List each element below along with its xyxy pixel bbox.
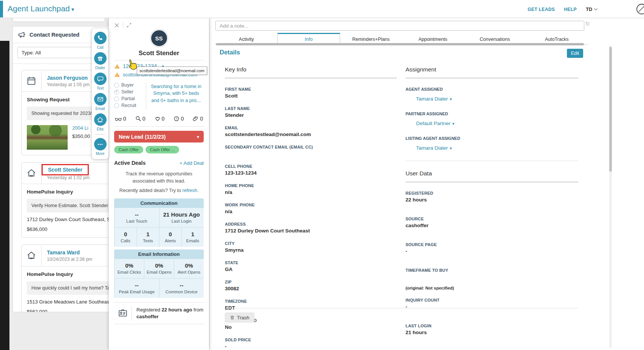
close-icon[interactable] [114, 23, 119, 28]
field-value: Smyrna [225, 247, 397, 253]
stat-item[interactable]: ? 0 [173, 116, 184, 122]
property-link[interactable]: 2004 Li [72, 125, 90, 131]
note-input[interactable] [215, 21, 584, 31]
tab[interactable]: AutoTracks [526, 33, 588, 44]
trash-button[interactable]: Trash [225, 313, 254, 322]
refresh-link[interactable]: refresh. [182, 188, 198, 193]
field-label: HOME PHONE [225, 183, 397, 188]
assignment-dropdown[interactable]: Tamara Dialer▾ [416, 96, 578, 102]
radio-icon[interactable] [114, 90, 119, 94]
help-link[interactable]: HELP [564, 7, 577, 12]
edit-button[interactable]: Edit [567, 49, 583, 58]
field-value: No [225, 324, 397, 330]
stat-item[interactable]: 0 [115, 116, 126, 122]
tab[interactable]: Activity [215, 33, 277, 44]
communication-box: Communication -- Last Touch 21 Hours Ago… [114, 198, 204, 247]
vertical-scrollbar[interactable] [609, 45, 612, 348]
action-rail-item[interactable]: More [92, 134, 108, 156]
action-rail-item[interactable]: Call [92, 32, 108, 50]
stat-cell: 0% Email Opens [144, 259, 174, 278]
profile-avatar-icon[interactable] [636, 3, 644, 15]
field-value: 22 hours [406, 197, 578, 203]
stat-cell: 21 Hours Ago Last Login [159, 208, 204, 227]
field-label: SECONDARY CONTACT EMAIL (EMAIL CC) [225, 145, 397, 149]
app-title-menu[interactable]: Agent Launchpad▾ [8, 4, 74, 13]
contact-type-radio[interactable]: Buyer [114, 82, 146, 88]
tag-pill[interactable]: Cash Offer ... [146, 146, 179, 153]
contact-type-radio[interactable]: Partial [114, 96, 146, 101]
radio-icon[interactable] [114, 83, 119, 88]
field-label: REGISTERED [406, 191, 578, 195]
contact-type-radio[interactable]: Recruit [114, 103, 146, 108]
assignment-dropdown[interactable]: Default Partner▾ [416, 121, 578, 126]
lead-stage-dropdown[interactable]: New Lead (11/2/23) ▾ [114, 131, 204, 142]
lead-name-link[interactable]: Tamara Ward [47, 249, 118, 256]
lead-message: How quickly could I sell my home? Tama [27, 281, 115, 295]
lead-card-head-text: Tamara Ward 10/24/2023 at 2:36 pm [41, 246, 118, 265]
stat-cell: 1 Texts [136, 228, 159, 247]
action-rail-item[interactable]: Dialer [92, 52, 108, 70]
action-label: Email [95, 107, 105, 111]
stat-item[interactable]: 0 [135, 116, 146, 122]
field-label: AGENT ASSIGNED [406, 87, 578, 91]
action-icon[interactable] [94, 73, 107, 85]
type-filter-value: Type: All [22, 50, 41, 56]
field-label: LAST NAME [225, 106, 397, 111]
tag-pill[interactable]: Cash Offer [114, 146, 143, 153]
tab[interactable]: Appointments [402, 33, 464, 44]
stat-value: 0 [123, 116, 126, 122]
action-icon[interactable] [94, 113, 107, 126]
etta-house-icon [22, 168, 41, 178]
add-deal-link[interactable]: + Add Deal [180, 160, 204, 166]
property-photo[interactable] [27, 125, 68, 150]
action-rail-item[interactable]: Email [92, 93, 108, 111]
registered-source: cashoffer [136, 314, 159, 319]
tab-label: Conversations [480, 37, 510, 42]
field: SOURCE cashoffer [406, 217, 578, 235]
field-value: - [406, 304, 578, 310]
field: REGISTERED 22 hours [406, 191, 578, 209]
assignment-value: Tamara Dialer [416, 96, 448, 102]
stat-item[interactable]: 0 [193, 116, 203, 122]
get-leads-link[interactable]: GET LEADS [528, 7, 555, 12]
app-title-label: Agent Launchpad [8, 4, 70, 13]
action-rail-item[interactable]: Text [92, 73, 108, 90]
stat-cell-value: -- [160, 282, 203, 288]
field-label: CELL PHONE [225, 164, 397, 169]
action-rail-item[interactable]: Etta [92, 113, 108, 131]
key-info-section: Key Info FIRST NAME Scott LAST NAME Sten… [225, 66, 397, 350]
assignment-dropdown[interactable]: Tamara Dialer▾ [416, 145, 578, 151]
property-meta: 2004 Li $350,00 [72, 125, 90, 150]
communication-top-row: -- Last Touch 21 Hours Ago Last Login [114, 208, 204, 227]
resize-grip-icon[interactable] [586, 22, 590, 26]
details-panel: Activity Info Reminders+Plans Appointmen… [210, 18, 644, 350]
stat-item[interactable]: 0 [155, 116, 165, 122]
tab[interactable]: Conversations [464, 33, 526, 44]
radio-icon[interactable] [114, 96, 119, 101]
search-summary-link[interactable]: Searching for a home in Smyrna, with 5+ … [146, 82, 204, 110]
stat-cell: 0 Calls [114, 228, 136, 247]
action-icon[interactable] [94, 32, 107, 44]
scrollbar-thumb[interactable] [609, 47, 612, 172]
action-icon[interactable] [94, 52, 107, 65]
field: LAST NAME Stender [225, 106, 397, 118]
action-icon[interactable] [94, 93, 107, 105]
radio-icon[interactable] [114, 103, 119, 108]
horizontal-scrollbar[interactable] [216, 43, 584, 45]
lead-card[interactable]: Scott Stender Yesterday at 1:02 pm HomeP… [21, 162, 118, 238]
trash-label: Trash [237, 315, 249, 321]
lead-address: 1712 Durley Down Court Southeast, Smy [27, 217, 115, 222]
field-label: FIRST NAME [225, 87, 397, 91]
lead-name-link[interactable]: Scott Stender [48, 167, 82, 173]
tab[interactable]: Reminders+Plans [340, 33, 402, 44]
expand-icon[interactable] [127, 23, 132, 28]
lead-card[interactable]: Tamara Ward 10/24/2023 at 2:36 pm HomePu… [21, 245, 118, 312]
contact-type-radio[interactable]: Seller [114, 89, 146, 94]
tooltip-text: scottstendertestlead@noemail.com [139, 68, 204, 73]
user-menu[interactable]: TD [586, 6, 598, 12]
stat-icon [115, 116, 122, 122]
divider [123, 22, 123, 28]
action-icon[interactable] [94, 138, 107, 150]
field-label: LISTING AGENT ASSIGNED [406, 136, 578, 141]
action-label: More [96, 152, 105, 156]
